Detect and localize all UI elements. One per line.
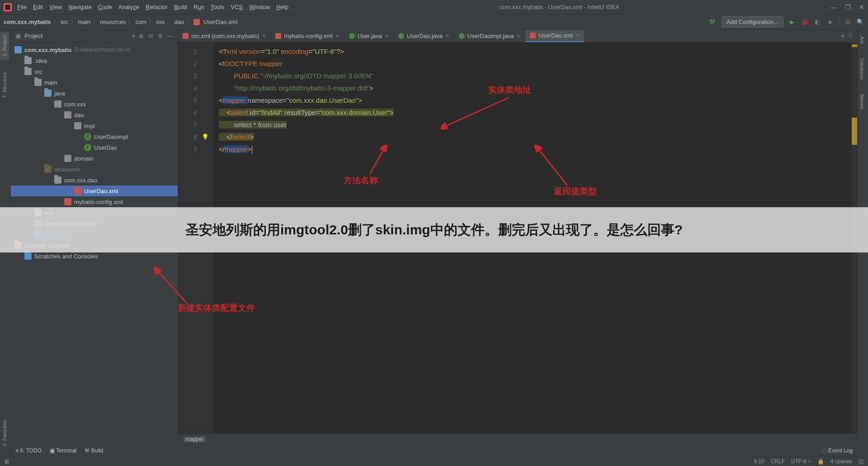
gear-icon[interactable]: ✲ — [158, 33, 163, 39]
tool-event-log[interactable]: ◌ Event Log — [822, 447, 853, 454]
menu-bar: File Edit View Navigate Code Analyze Ref… — [17, 4, 288, 10]
menu-refactor[interactable]: Refactor — [146, 4, 168, 10]
status-eol[interactable]: CRLF — [771, 458, 785, 465]
rail-database[interactable]: Database — [858, 55, 867, 83]
tree-domain[interactable]: ▼domain — [11, 153, 178, 164]
tab-userdao-java[interactable]: UserDao.java✕ — [394, 30, 454, 42]
tool-build[interactable]: ⚒ Build — [85, 447, 103, 454]
stop-icon[interactable]: ■ — [826, 18, 834, 26]
close-icon[interactable]: ✕ — [385, 33, 389, 39]
bc-src[interactable]: src — [61, 19, 68, 25]
close-icon[interactable]: ✕ — [262, 33, 266, 39]
rail-ant[interactable]: Ant — [858, 33, 867, 48]
menu-file[interactable]: File — [17, 4, 27, 10]
menu-build[interactable]: Build — [174, 4, 187, 10]
tabs-menu-icon[interactable]: ⠿ — [848, 33, 853, 39]
app-logo-icon — [4, 3, 12, 11]
coverage-icon[interactable]: ◧ — [813, 18, 821, 26]
close-icon[interactable]: ✕ — [859, 4, 864, 11]
tree-impl[interactable]: ▼impl — [11, 120, 178, 131]
tab-pom[interactable]: om.xml (com.xxx.mybatis)✕ — [178, 30, 271, 42]
menu-navigate[interactable]: Navigate — [68, 4, 91, 10]
navigation-bar: com.xxx.mybatis 〉 src 〉 main 〉 resources… — [0, 14, 868, 30]
editor-breadcrumb: mapper — [178, 433, 857, 444]
maximize-icon[interactable]: ❐ — [845, 4, 851, 11]
close-icon[interactable]: ✕ — [445, 33, 449, 39]
rail-structure[interactable]: 7: Structure — [0, 69, 9, 102]
rail-favorites[interactable]: 2: Favorites — [0, 417, 9, 450]
status-memory-icon[interactable]: ◫ — [859, 458, 863, 465]
close-icon[interactable]: ✕ — [576, 33, 580, 38]
menu-code[interactable]: Code — [98, 4, 112, 10]
bc-dao[interactable]: dao — [174, 19, 184, 25]
bc-main[interactable]: main — [78, 19, 90, 25]
close-icon[interactable]: ✕ — [335, 33, 340, 39]
rail-maven[interactable]: Maven — [858, 90, 867, 113]
structure-icon[interactable]: ⊞ — [844, 18, 852, 26]
tree-comxxx[interactable]: ▼com.xxx — [11, 99, 178, 109]
tree-userdaoimpl[interactable]: UserDaoimpl — [11, 131, 178, 142]
status-bar: ⊞ 9:10 CRLF UTF-8 ÷ 🔒 4 spaces ◫ — [0, 456, 868, 466]
tool-todo[interactable]: ≡ 6: TODO — [15, 447, 42, 454]
status-indent[interactable]: 4 spaces — [830, 458, 852, 465]
tree-res-dao[interactable]: ▼com.xxx.dao — [11, 175, 178, 185]
locate-icon[interactable]: ⊕ — [139, 33, 144, 39]
xml-file-icon — [275, 33, 281, 39]
title-bar: File Edit View Navigate Code Analyze Ref… — [0, 0, 868, 14]
project-panel-header: ▣ Project ▾ ⊕ ⇄ ✲ — — [11, 30, 178, 43]
overlay-banner: 圣安地列斯的用imgtool2.0删了skin.img中的文件。删完后又出现了。… — [0, 207, 868, 252]
tool-terminal[interactable]: ▣ Terminal — [50, 447, 76, 454]
run-icon[interactable]: ▶ — [788, 18, 796, 26]
minimize-icon[interactable]: — — [830, 4, 837, 11]
tree-resources[interactable]: ▼resources — [11, 164, 178, 175]
menu-view[interactable]: View — [49, 4, 62, 10]
tab-mybatis-config[interactable]: mybatis-config.xml✕ — [271, 30, 344, 42]
menu-edit[interactable]: Edit — [33, 4, 43, 10]
tree-src[interactable]: ▼src — [11, 66, 178, 77]
window-title: com.xxx.mybatis - UserDao.xml - IntelliJ… — [288, 4, 830, 10]
tool-windows-icon[interactable]: ⊞ — [5, 458, 9, 465]
menu-run[interactable]: Run — [193, 4, 204, 10]
menu-help[interactable]: Help — [276, 4, 288, 10]
close-icon[interactable]: ✕ — [516, 33, 520, 39]
tree-userdao[interactable]: UserDao — [11, 142, 178, 153]
tree-main[interactable]: ▼main — [11, 77, 178, 88]
tree-userdao-xml[interactable]: UserDao.xml — [11, 185, 178, 196]
chevron-down-icon[interactable]: ▾ — [132, 33, 135, 39]
tab-userdaoimpl-java[interactable]: UserDaoimpl.java✕ — [454, 30, 526, 42]
build-icon[interactable]: ⚒ — [709, 18, 715, 26]
more-tabs-icon[interactable]: ▾ — [841, 33, 844, 39]
tree-root[interactable]: ▼com.xxx.mybatisD:\idea\ssm\com.xxx.m — [11, 44, 178, 55]
expand-icon[interactable]: ⇄ — [148, 33, 153, 39]
project-panel-title: Project — [24, 33, 128, 39]
intention-bulb-icon[interactable]: 💡 — [201, 131, 213, 143]
rail-project[interactable]: 1: Project — [0, 32, 9, 60]
menu-analyze[interactable]: Analyze — [118, 4, 139, 10]
bc-xxx[interactable]: xxx — [156, 19, 165, 25]
hide-icon[interactable]: — — [167, 33, 173, 39]
bc-com[interactable]: com — [135, 19, 146, 25]
run-config-select[interactable]: Add Configuration... — [722, 16, 783, 28]
java-class-icon — [459, 33, 465, 39]
status-readonly-icon[interactable]: 🔒 — [817, 458, 824, 465]
tree-mybatis-config[interactable]: mybatis-config.xml — [11, 196, 178, 207]
bc-file[interactable]: UserDao.xml — [203, 19, 237, 25]
tab-userdao-xml[interactable]: UserDao.xml✕ — [525, 30, 584, 42]
tree-idea[interactable]: ▶.idea — [11, 55, 178, 66]
status-position[interactable]: 9:10 — [754, 458, 764, 465]
java-class-icon — [349, 33, 355, 39]
tree-java[interactable]: ▼java — [11, 88, 178, 99]
menu-window[interactable]: Window — [249, 4, 270, 10]
editor-tabs: om.xml (com.xxx.mybatis)✕ mybatis-config… — [178, 30, 857, 43]
debug-icon[interactable]: 🐞 — [801, 18, 809, 26]
search-everywhere-icon[interactable]: 🔍 — [856, 18, 864, 26]
tree-dao[interactable]: ▼dao — [11, 109, 178, 120]
xml-file-icon — [193, 19, 200, 25]
status-encoding[interactable]: UTF-8 ÷ — [791, 458, 811, 465]
tab-user-java[interactable]: User.java✕ — [344, 30, 394, 42]
menu-vcs[interactable]: VCS — [231, 4, 243, 10]
breadcrumb-mapper[interactable]: mapper — [184, 436, 206, 442]
bc-resources[interactable]: resources — [100, 19, 126, 25]
bc-root[interactable]: com.xxx.mybatis — [4, 19, 51, 25]
menu-tools[interactable]: Tools — [211, 4, 224, 10]
